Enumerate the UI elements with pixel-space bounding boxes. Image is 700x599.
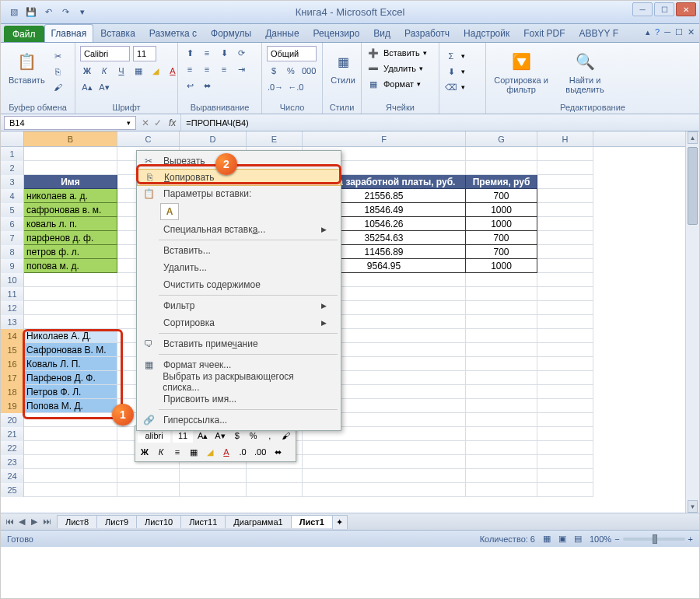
cell[interactable] [247,469,303,483]
cell[interactable]: николаев а. д. [24,189,117,203]
cut-icon[interactable]: ✂ [51,49,65,63]
menu-filter[interactable]: Фильтр▶ [137,297,341,314]
ribbon-minimize-icon[interactable]: ▴ [646,27,650,37]
sheet-tab[interactable]: Лист8 [57,515,97,528]
tab-addins[interactable]: Надстройк [457,24,516,42]
sheet-tab-active[interactable]: Лист1 [291,515,333,528]
cell[interactable] [537,483,593,497]
zoom-in-button[interactable]: + [688,534,693,544]
col-header-c[interactable]: C [117,131,180,146]
col-header-g[interactable]: G [466,131,537,146]
row-header[interactable]: 17 [1,371,24,385]
find-select-button[interactable]: 🔍 Найти и выделить [555,46,615,97]
paste-button[interactable]: 📋 Вставить [5,46,48,88]
cell[interactable] [24,483,117,497]
row-header[interactable]: 5 [1,203,24,217]
sheet-tab[interactable]: Лист10 [136,515,181,528]
doc-close-icon[interactable]: ✕ [688,27,695,37]
maximize-button[interactable]: ☐ [654,2,674,16]
cell[interactable] [466,329,537,343]
font-name-combo[interactable]: Calibri [80,46,130,61]
cell[interactable] [180,469,247,483]
menu-insert[interactable]: Вставить... [137,242,341,259]
col-header-b[interactable]: B [24,131,117,146]
fill-color-button[interactable]: ◢ [149,64,163,78]
doc-min-icon[interactable]: ─ [664,27,670,37]
cell[interactable]: 700 [466,245,537,259]
zoom-slider[interactable] [623,538,685,541]
cell[interactable] [303,483,466,497]
cell[interactable] [537,273,593,287]
cell[interactable] [24,301,117,315]
cell[interactable]: попова м. д. [24,259,117,273]
increase-font-icon[interactable]: A▴ [80,80,94,94]
cell[interactable]: Попова М. Д. [24,399,117,413]
zoom-level[interactable]: 100% [590,534,611,544]
view-pagebreak-icon[interactable]: ▤ [574,534,582,544]
cell[interactable] [537,147,593,161]
row-header[interactable]: 9 [1,259,24,273]
cell[interactable] [466,455,537,469]
cell[interactable] [466,427,537,441]
cell[interactable] [303,441,466,455]
undo-icon[interactable]: ↶ [41,5,55,19]
cell[interactable] [537,329,593,343]
redo-icon[interactable]: ↷ [58,5,72,19]
align-bot-icon[interactable]: ⬇ [217,46,231,60]
cell[interactable] [466,483,537,497]
cell[interactable] [24,455,117,469]
cell[interactable] [537,441,593,455]
tab-view[interactable]: Вид [366,24,397,42]
format-cells-icon[interactable]: ▦ [366,77,380,91]
row-header[interactable]: 1 [1,147,24,161]
help-icon[interactable]: ? [655,27,660,37]
cell[interactable] [24,273,117,287]
row-header[interactable]: 4 [1,189,24,203]
scroll-down-icon[interactable]: ▼ [688,500,698,513]
cell[interactable] [537,315,593,329]
scroll-thumb[interactable] [688,147,698,225]
cell[interactable] [537,469,593,483]
fx-icon[interactable]: fx [164,117,180,128]
wrap-text-icon[interactable]: ↩ [183,79,197,93]
comma-icon[interactable]: 000 [301,64,317,78]
row-header[interactable]: 20 [1,413,24,427]
cell[interactable] [537,189,593,203]
enter-icon[interactable]: ✓ [152,117,164,128]
cell[interactable]: 1000 [466,217,537,231]
doc-restore-icon[interactable]: ☐ [675,27,683,37]
mini-italic-icon[interactable]: К [154,445,168,459]
border-button[interactable]: ▦ [131,64,145,78]
cell[interactable] [537,259,593,273]
styles-button[interactable]: ▦ Стили [327,46,359,88]
name-box-dropdown-icon[interactable]: ▾ [127,119,131,127]
menu-define-name[interactable]: Присвоить имя... [137,391,341,408]
decrease-font-icon[interactable]: A▾ [97,80,111,94]
cell[interactable] [466,357,537,371]
delete-cells-icon[interactable]: ➖ [366,61,380,75]
tab-insert[interactable]: Вставка [93,24,142,42]
cell[interactable] [466,399,537,413]
menu-delete[interactable]: Удалить... [137,259,341,276]
cell[interactable] [537,399,593,413]
cell[interactable]: Петров Ф. Л. [24,385,117,399]
sheet-nav-last-icon[interactable]: ⏭ [41,517,52,527]
cell[interactable] [24,161,117,175]
cell[interactable] [537,385,593,399]
cell[interactable] [117,483,180,497]
autosum-icon[interactable]: Σ [444,49,458,63]
align-right-icon[interactable]: ≡ [217,62,231,76]
tab-home[interactable]: Главная [44,24,94,42]
row-header[interactable]: 15 [1,343,24,357]
row-header[interactable]: 8 [1,245,24,259]
orientation-icon[interactable]: ⟳ [234,46,248,60]
cell[interactable] [537,343,593,357]
underline-button[interactable]: Ч [114,64,128,78]
menu-hyperlink[interactable]: 🔗Гиперссылка... [137,412,341,429]
row-header[interactable]: 14 [1,329,24,343]
cell[interactable] [537,371,593,385]
cell[interactable] [537,427,593,441]
cell[interactable]: Николаев А. Д. [24,329,117,343]
cell[interactable]: 700 [466,231,537,245]
tab-layout[interactable]: Разметка с [142,24,204,42]
